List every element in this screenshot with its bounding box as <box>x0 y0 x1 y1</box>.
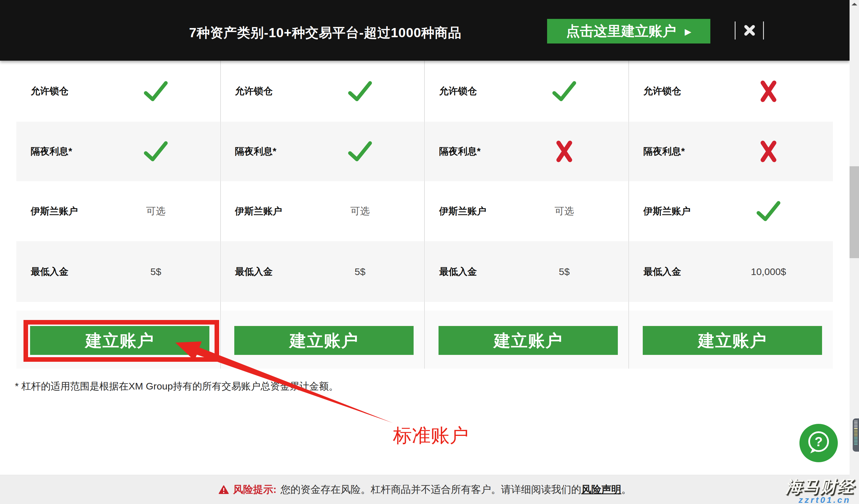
cell-value: 5$ <box>559 241 570 302</box>
watermark-site-name: 海马财经 <box>785 476 854 498</box>
minimap-marks-yellow <box>854 428 858 437</box>
question-mark-icon: ? <box>815 434 823 449</box>
play-arrow-icon: ▶ <box>684 26 691 36</box>
minimap-widget[interactable] <box>853 419 859 452</box>
warning-triangle-icon <box>218 485 229 494</box>
check-icon <box>347 122 373 181</box>
cross-icon <box>760 61 777 122</box>
scrollbar-up-arrow-icon[interactable] <box>852 3 857 5</box>
close-icon[interactable] <box>743 23 756 37</box>
annotation-label: 标准账户 <box>393 423 469 448</box>
minimap-marks-white <box>854 421 858 428</box>
risk-label: 风险提示: <box>233 483 277 496</box>
open-account-button[interactable]: 建立账户 <box>643 326 822 355</box>
row-label: 伊斯兰账户 <box>235 181 282 241</box>
promo-banner: 7种资产类别-10+种交易平台-超过1000种商品 点击这里建立账户 ▶ <box>0 0 849 61</box>
column-separator <box>424 61 425 368</box>
cell-value: 5$ <box>150 241 161 302</box>
risk-text: 您的资金存在风险。杠杆商品并不适合所有客户。请详细阅读我们的风险声明。 <box>281 483 631 496</box>
page: 7种资产类别-10+种交易平台-超过1000种商品 点击这里建立账户 ▶ 允许锁… <box>0 0 859 504</box>
row-label: 伊斯兰账户 <box>31 181 78 241</box>
cell-value: 可选 <box>146 181 166 241</box>
cell-value: 可选 <box>555 181 574 241</box>
row-label: 隔夜利息* <box>439 122 481 181</box>
row-label: 隔夜利息* <box>643 122 685 181</box>
cross-icon <box>556 122 573 181</box>
row-label: 最低入金 <box>31 241 69 302</box>
check-icon <box>347 61 373 122</box>
check-icon <box>143 122 168 181</box>
row-label: 允许锁仓 <box>643 61 681 122</box>
check-icon <box>552 61 577 122</box>
cell-value: 5$ <box>355 241 365 302</box>
check-icon <box>756 181 781 241</box>
risk-statement-link[interactable]: 风险声明 <box>581 484 621 495</box>
row-label: 隔夜利息* <box>235 122 276 181</box>
cell-value: 10,000$ <box>751 241 786 302</box>
row-label: 允许锁仓 <box>235 61 273 122</box>
row-label: 最低入金 <box>439 241 477 302</box>
banner-divider <box>763 21 764 40</box>
cta-label: 点击这里建立账户 <box>566 22 676 41</box>
help-button[interactable]: ? <box>799 424 838 462</box>
column-separator <box>220 61 221 368</box>
scrollbar-thumb[interactable] <box>849 166 859 258</box>
column-separator <box>628 61 629 368</box>
banner-divider <box>735 21 736 40</box>
create-account-cta-button[interactable]: 点击这里建立账户 ▶ <box>547 19 710 44</box>
minimap-marks-teal <box>854 437 858 446</box>
check-icon <box>143 61 168 122</box>
row-label: 伊斯兰账户 <box>643 181 691 241</box>
annotation-arrow <box>161 329 407 432</box>
open-account-button[interactable]: 建立账户 <box>438 326 618 355</box>
cross-icon <box>760 122 777 181</box>
row-label: 伊斯兰账户 <box>439 181 486 241</box>
row-label: 最低入金 <box>235 241 273 302</box>
watermark-site-url: zzrt01.cn <box>799 495 851 504</box>
cell-value: 可选 <box>350 181 370 241</box>
risk-disclaimer-bar: 风险提示: 您的资金存在风险。杠杆商品并不适合所有客户。请详细阅读我们的风险声明… <box>0 475 849 504</box>
row-label: 允许锁仓 <box>439 61 477 122</box>
row-label: 隔夜利息* <box>31 122 72 181</box>
promo-banner-title: 7种资产类别-10+种交易平台-超过1000种商品 <box>189 24 462 42</box>
row-label: 允许锁仓 <box>31 61 69 122</box>
row-label: 最低入金 <box>643 241 681 302</box>
